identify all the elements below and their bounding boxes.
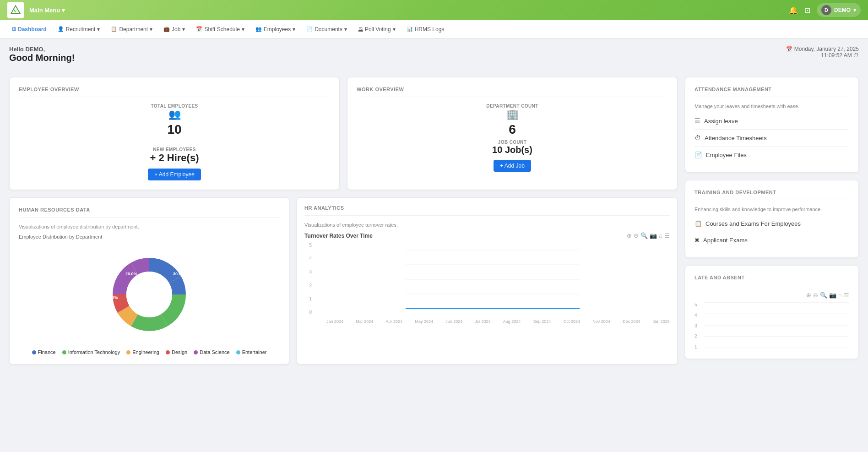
greeting-hello: Hello DEMO, (9, 46, 75, 53)
employee-overview-card: EMPLOYEE OVERVIEW TOTAL EMPLOYEES 👥 10 N… (9, 77, 340, 190)
assign-leave-icon: ☰ (694, 117, 700, 125)
zoom-out-icon[interactable]: ⊖ (634, 232, 639, 239)
overview-cols: TOTAL EMPLOYEES 👥 10 (19, 103, 330, 144)
poll-icon: 🗳 (358, 27, 363, 32)
legend-dot-design (166, 350, 170, 354)
greeting: Hello DEMO, Good Morning! (9, 46, 75, 63)
nav-department[interactable]: 📋 Department ▾ (106, 23, 157, 35)
user-arrow: ▾ (853, 7, 856, 13)
courses-exams-item[interactable]: 📋 Courses and Exams For Employees (694, 216, 849, 232)
hr-data-subtitle: Visualizations of employee distribution … (19, 224, 280, 229)
turnover-chart-svg (315, 243, 670, 316)
employee-overview-title: EMPLOYEE OVERVIEW (19, 87, 330, 97)
main-menu-button[interactable]: Main Menu ▾ (29, 7, 65, 14)
employees-icon: 👥 (255, 26, 262, 32)
user-menu[interactable]: D DEMO ▾ (817, 3, 861, 17)
legend-it: Information Technology (62, 349, 120, 355)
late-absent-title: LATE AND ABSENT (694, 275, 849, 285)
greeting-row: Hello DEMO, Good Morning! 📅 Monday, Janu… (9, 46, 859, 70)
late-zoom-out-icon[interactable]: ⊖ (813, 292, 818, 299)
nav-hrms-label: HRMS Logs (415, 26, 445, 33)
late-home-icon[interactable]: ⌂ (838, 292, 842, 299)
nav-recruitment[interactable]: 👤 Recruitment ▾ (53, 23, 105, 35)
courses-label: Courses and Exams For Employees (705, 220, 801, 227)
donut-legend: Finance Information Technology Engineeri… (32, 349, 267, 355)
search-icon[interactable]: 🔍 (640, 232, 648, 239)
donut-chart-container: Employee Distribution by Department (19, 234, 280, 355)
menu-icon[interactable]: ☰ (664, 232, 670, 239)
nav-documents[interactable]: 📄 Documents ▾ (302, 23, 352, 35)
late-chart-controls: ⊕ ⊖ 🔍 📷 ⌂ ☰ (694, 292, 849, 299)
nav-poll-voting[interactable]: 🗳 Poll Voting ▾ (353, 23, 400, 35)
applicant-exams-label: Applicant Exams (703, 237, 748, 244)
nav-dashboard[interactable]: ⊞ Dashboard (7, 23, 51, 35)
nav-poll-label: Poll Voting (365, 26, 391, 33)
top-cards-row: EMPLOYEE OVERVIEW TOTAL EMPLOYEES 👥 10 N… (9, 77, 859, 365)
dept-icon: 🏢 (357, 109, 668, 120)
late-chart-svg (704, 302, 849, 348)
late-menu-icon[interactable]: ☰ (844, 292, 849, 299)
attendance-timesheets-item[interactable]: ⏱ Attendance Timesheets (694, 130, 849, 147)
time-display: 11:09:52 AM ⏱ (786, 52, 859, 59)
top-bar-right: 🔔 ⊡ D DEMO ▾ (789, 3, 861, 17)
avatar: D (821, 5, 831, 15)
top-bar: V Main Menu ▾ 🔔 ⊡ D DEMO ▾ (0, 0, 868, 20)
nav-recruitment-label: Recruitment (66, 26, 96, 33)
camera-icon[interactable]: 📷 (650, 232, 657, 239)
greeting-message: Good Morning! (9, 53, 75, 63)
chart-controls[interactable]: ⊕ ⊖ 🔍 📷 ⌂ ☰ (627, 232, 670, 239)
home-icon[interactable]: ⌂ (659, 232, 662, 239)
right-panel: ATTENDANCE MANAGEMENT Manage your leaves… (685, 77, 859, 365)
legend-label-finance: Finance (38, 349, 56, 355)
add-employee-button[interactable]: + Add Employee (148, 169, 201, 180)
turnover-header: Turnover Rates Over Time ⊕ ⊖ 🔍 📷 ⌂ ☰ (304, 232, 670, 239)
top-bar-left: V Main Menu ▾ (7, 2, 65, 18)
add-job-button[interactable]: + Add Job (494, 160, 531, 172)
timesheets-icon: ⏱ (694, 134, 701, 142)
hrms-icon: 📊 (407, 26, 413, 32)
late-zoom-in-icon[interactable]: ⊕ (806, 292, 811, 299)
hr-analytics-subtitle: Visualizations of employee turnover rate… (304, 222, 670, 228)
legend-label-datascience: Data Science (200, 349, 229, 355)
fullscreen-icon[interactable]: ⊡ (804, 6, 810, 15)
y-axis: 5 4 3 2 1 0 (304, 243, 314, 315)
recruitment-icon: 👤 (58, 26, 64, 32)
applicant-exams-icon: ✖ (694, 237, 700, 244)
svg-text:30.0%: 30.0% (147, 332, 159, 337)
nav-employees[interactable]: 👥 Employees ▾ (251, 23, 300, 35)
applicant-exams-item[interactable]: ✖ Applicant Exams (694, 232, 849, 248)
date-text: Monday, January 27, 2025 (794, 46, 859, 52)
nav-documents-label: Documents (315, 26, 342, 33)
main-menu-arrow: ▾ (62, 7, 65, 14)
legend-entertainer: Entertainer (236, 349, 267, 355)
late-camera-icon[interactable]: 📷 (829, 292, 836, 299)
work-overview-card: WORK OVERVIEW DEPARTMENT COUNT 🏢 6 JOB C… (347, 77, 678, 190)
donut-chart-title: Employee Distribution by Department (19, 234, 102, 240)
hr-analytics-title: HR ANALYTICS (304, 205, 670, 216)
dept-value: 6 (357, 122, 668, 137)
total-label: TOTAL EMPLOYEES (151, 103, 198, 109)
nav-job[interactable]: 💼 Job ▾ (159, 23, 190, 35)
notification-icon[interactable]: 🔔 (789, 6, 798, 15)
assign-leave-item[interactable]: ☰ Assign leave (694, 113, 849, 130)
nav-shift-schedule[interactable]: 📅 Shift Schedule ▾ (191, 23, 249, 35)
nav-hrms-logs[interactable]: 📊 HRMS Logs (402, 23, 449, 35)
svg-text:V: V (14, 9, 16, 13)
courses-icon: 📋 (694, 220, 702, 227)
legend-label-it: Information Technology (68, 349, 120, 355)
legend-dot-engineering (126, 350, 130, 354)
main-menu-label: Main Menu (29, 7, 60, 14)
main-content: Hello DEMO, Good Morning! 📅 Monday, Janu… (0, 38, 868, 372)
employee-files-item[interactable]: 📄 Employee Files (694, 147, 849, 163)
job-value: 10 Job(s) (357, 145, 668, 155)
nav-bar: ⊞ Dashboard 👤 Recruitment ▾ 📋 Department… (0, 20, 868, 38)
svg-text:30.0%: 30.0% (173, 272, 185, 276)
late-search-icon[interactable]: 🔍 (820, 292, 827, 299)
legend-dot-finance (32, 350, 36, 354)
late-chart-wrap: 5 4 3 2 1 (694, 302, 849, 349)
hr-data-title: HUMAN RESOURCES DATA (19, 207, 280, 218)
svg-point-7 (126, 272, 172, 317)
documents-icon: 📄 (306, 26, 313, 32)
zoom-in-icon[interactable]: ⊕ (627, 232, 632, 239)
main-left: EMPLOYEE OVERVIEW TOTAL EMPLOYEES 👥 10 N… (9, 77, 678, 365)
